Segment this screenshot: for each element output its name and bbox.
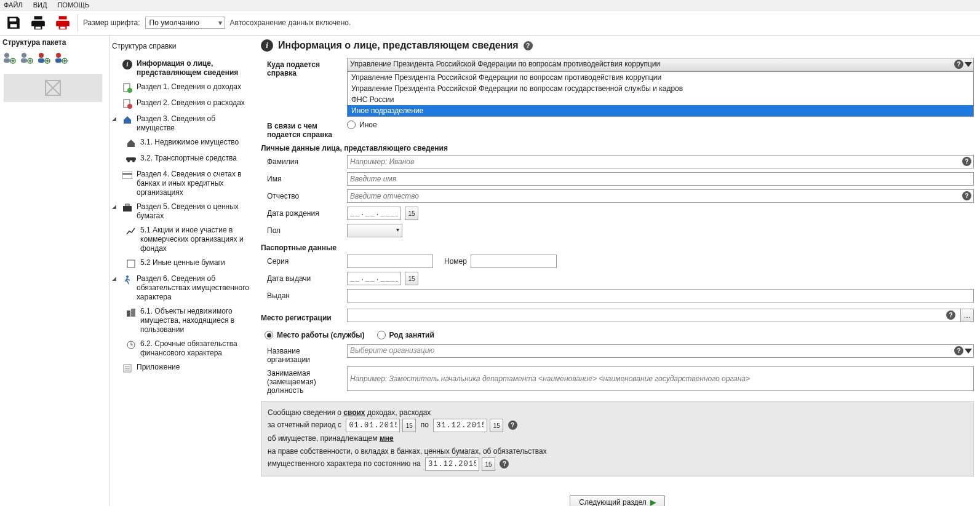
help-icon[interactable]: ?: [962, 157, 971, 166]
help-icon[interactable]: ?: [524, 41, 533, 50]
packet-thumbnail[interactable]: [4, 74, 102, 102]
asof-date-input[interactable]: [425, 457, 479, 471]
report-summary: Сообщаю сведения о своих доходах, расход…: [261, 401, 974, 476]
tree-label: Информация о лице, представляющем сведен…: [137, 59, 252, 77]
reason-label: В связи с чем подается справка: [261, 119, 347, 139]
middlename-input[interactable]: [347, 189, 974, 203]
occupation-radio[interactable]: Род занятий: [377, 330, 434, 341]
toolbar-separator: [78, 14, 78, 31]
tree-appendix[interactable]: Приложение: [111, 360, 253, 376]
page-title: Информация о лице, представляющем сведен…: [278, 40, 519, 51]
tree-label: 6.2. Срочные обязательства финансового х…: [140, 339, 252, 358]
packet-people-toolbar: [0, 49, 109, 70]
chevron-down-icon[interactable]: [965, 62, 972, 67]
collapse-icon[interactable]: ◢: [112, 202, 118, 210]
org-combo[interactable]: Выберите организацию ?: [347, 344, 974, 358]
person-icon[interactable]: [20, 52, 33, 64]
tree-section-5[interactable]: ◢ Раздел 5. Сведения о ценных бумагах: [111, 200, 253, 223]
tree-section-6-1[interactable]: 6.1. Объекты недвижимого имущества, нахо…: [124, 304, 253, 337]
where-option[interactable]: Управление Президента Российской Федерац…: [348, 83, 973, 94]
work-radio[interactable]: Место работы (службы): [265, 330, 365, 341]
tree-info[interactable]: i Информация о лице, представляющем свед…: [111, 57, 253, 80]
number-input[interactable]: [471, 255, 557, 268]
gender-label: Пол: [261, 224, 347, 235]
print-color-icon[interactable]: [53, 13, 73, 33]
tree-label: Раздел 3. Сведения об имуществе: [137, 114, 252, 133]
svg-rect-36: [127, 310, 130, 317]
tree-section-1[interactable]: Раздел 1. Сведения о доходах: [111, 80, 253, 96]
tree-label: Раздел 5. Сведения о ценных бумагах: [137, 202, 252, 221]
menu-view[interactable]: ВИД: [33, 1, 47, 9]
save-icon[interactable]: [4, 13, 23, 33]
svg-point-35: [126, 275, 129, 278]
issue-date-label: Дата выдачи: [261, 272, 347, 283]
tree-label: Раздел 4. Сведения о счетах в банках и и…: [137, 170, 252, 197]
firstname-input[interactable]: [347, 172, 974, 186]
tree-section-6-2[interactable]: 6.2. Срочные обязательства финансового х…: [124, 337, 253, 360]
building-icon: [125, 138, 137, 149]
row-reason: В связи с чем подается справка Иное: [261, 119, 974, 139]
help-icon[interactable]: ?: [954, 346, 963, 355]
reg-input[interactable]: [347, 309, 974, 322]
tree-section-5-1[interactable]: 5.1 Акции и иное участие в коммерческих …: [124, 223, 253, 256]
menubar: ФАЙЛ ВИД ПОМОЩЬ: [0, 0, 980, 10]
font-size-select[interactable]: По умолчанию: [145, 17, 225, 29]
issued-by-label: Выдан: [261, 289, 347, 300]
print-icon[interactable]: [28, 13, 48, 33]
calendar-icon[interactable]: 15: [490, 419, 503, 432]
calendar-icon[interactable]: 15: [402, 419, 416, 432]
help-icon[interactable]: ?: [946, 310, 955, 320]
tree-section-2[interactable]: Раздел 2. Сведения о расходах: [111, 96, 253, 112]
birthdate-input[interactable]: [347, 207, 401, 220]
tree-section-3-1[interactable]: 3.1. Недвижимое имущество: [124, 135, 253, 151]
tree-label: Раздел 2. Сведения о расходах: [137, 98, 245, 108]
series-input[interactable]: [347, 255, 433, 268]
svg-rect-30: [122, 172, 132, 179]
tree-section-3[interactable]: ◢ Раздел 3. Сведения об имуществе: [111, 112, 253, 135]
menu-file[interactable]: ФАЙЛ: [4, 1, 23, 9]
gender-combo[interactable]: [347, 224, 402, 237]
calendar-icon[interactable]: 15: [482, 457, 495, 471]
row-lastname: Фамилия ?: [261, 155, 974, 170]
reason-other-radio[interactable]: Иное: [347, 119, 377, 130]
calendar-icon[interactable]: 15: [405, 207, 418, 220]
help-icon[interactable]: ?: [954, 60, 963, 69]
series-label: Серия: [261, 255, 347, 266]
where-option[interactable]: ФНС России: [348, 94, 973, 105]
collapse-icon[interactable]: ◢: [112, 114, 118, 122]
position-input[interactable]: [347, 366, 974, 391]
person-icon[interactable]: [2, 52, 16, 64]
tree-section-4[interactable]: Раздел 4. Сведения о счетах в банках и и…: [111, 167, 253, 200]
car-icon: [125, 154, 137, 165]
tree-section-6[interactable]: ◢ Раздел 6. Сведения об обязательствах и…: [111, 272, 253, 304]
period-from-input[interactable]: [346, 419, 400, 432]
help-icon[interactable]: ?: [500, 459, 509, 468]
menu-help[interactable]: ПОМОЩЬ: [57, 1, 89, 9]
where-option[interactable]: Управление Президента Российской Федерац…: [348, 72, 973, 83]
next-section-button[interactable]: Следующий раздел ▶: [570, 495, 664, 506]
person-run-icon: [122, 274, 133, 285]
collapse-icon[interactable]: ◢: [112, 274, 118, 282]
person-red-icon[interactable]: [54, 52, 68, 64]
help-icon[interactable]: ?: [508, 421, 517, 430]
tree-label: 5.1 Акции и иное участие в коммерческих …: [140, 226, 252, 253]
period-to-input[interactable]: [433, 419, 487, 432]
font-size-label: Размер шрифта:: [83, 18, 140, 27]
tree-section-3-2[interactable]: 3.2. Транспортные средства: [124, 151, 253, 167]
tree-section-5-2[interactable]: 5.2 Иные ценные бумаги: [124, 256, 253, 272]
person-red-icon[interactable]: [37, 52, 50, 64]
work-type-radios: Место работы (службы) Род занятий: [261, 327, 974, 344]
calendar-icon[interactable]: 15: [405, 272, 418, 285]
doc-plus-icon: [122, 82, 133, 93]
chevron-down-icon[interactable]: [965, 349, 972, 354]
middlename-label: Отчество: [261, 189, 347, 200]
svg-point-10: [39, 53, 44, 58]
where-label: Куда подается справка: [261, 58, 347, 77]
where-option[interactable]: Иное подразделение: [348, 105, 973, 116]
lastname-input[interactable]: [347, 155, 974, 168]
where-combo[interactable]: Управление Президента Российской Федерац…: [347, 58, 974, 71]
issued-by-input[interactable]: [347, 289, 974, 302]
issue-date-input[interactable]: [347, 272, 401, 285]
ellipsis-button[interactable]: …: [960, 309, 974, 322]
help-icon[interactable]: ?: [962, 191, 971, 200]
